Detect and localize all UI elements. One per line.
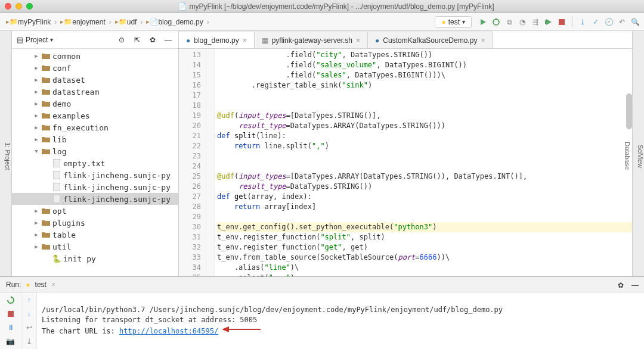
tree-row[interactable]: flink-jincheng.sunjc-py <box>12 169 178 181</box>
python-file-icon: ● <box>375 36 379 45</box>
concurrent-button[interactable]: ⇶ <box>530 17 541 27</box>
folder-icon <box>42 88 50 96</box>
close-tab-icon[interactable]: × <box>243 36 247 45</box>
tree-row[interactable]: ▶common <box>12 50 178 62</box>
search-everywhere-button[interactable]: 🔍 <box>630 17 640 27</box>
folder-icon <box>42 52 50 60</box>
rerun-button[interactable] <box>2 295 18 306</box>
editor-tab[interactable]: ▦pyflink-gateway-server.sh× <box>254 32 368 48</box>
disclosure-triangle-icon[interactable]: ▶ <box>33 232 39 238</box>
editor-tab[interactable]: ●blog_demo.py× <box>178 32 255 48</box>
project-tree[interactable]: ▶common▶conf▶dataset▶datastream▶demo▶exa… <box>12 49 178 276</box>
coverage-button[interactable]: ⧉ <box>504 17 515 27</box>
tree-row[interactable]: ▶plugins <box>12 217 178 229</box>
tree-item-label: common <box>52 52 80 61</box>
soft-wrap-button[interactable]: ↩ <box>24 322 34 334</box>
code-editor[interactable]: .field("city", DataTypes.STRING()) .fiel… <box>215 49 632 276</box>
tree-row[interactable]: flink-jincheng.sunjc-py <box>12 181 178 193</box>
hide-icon[interactable]: — <box>630 280 640 291</box>
profile-button[interactable]: ◔ <box>517 17 528 27</box>
disclosure-triangle-icon[interactable]: ▶ <box>33 208 39 214</box>
scroll-to-end-button[interactable]: ⤓ <box>24 335 34 347</box>
tree-row[interactable]: ▶fn_execution <box>12 121 178 133</box>
tree-row[interactable]: ▶datastream <box>12 86 178 98</box>
tree-item-label: util <box>52 242 71 251</box>
tree-row[interactable]: ▼log <box>12 145 178 157</box>
folder-icon <box>42 111 50 120</box>
dump-threads-button[interactable]: 📷 <box>2 335 18 347</box>
down-stack-button[interactable]: ↓ <box>24 309 34 320</box>
disclosure-triangle-icon[interactable]: ▶ <box>33 101 39 107</box>
breadcrumb-item[interactable]: ▸📁 myPyFlink <box>4 18 53 26</box>
vcs-update-button[interactable]: ⤓ <box>577 17 588 27</box>
project-tool-stripe[interactable]: 1: Project <box>0 31 12 276</box>
svg-rect-8 <box>53 159 60 167</box>
editor-tab[interactable]: ●CustomKafkaSourceDemo.py× <box>367 32 493 48</box>
vcs-rollback-button[interactable]: ↶ <box>617 17 627 27</box>
tree-row[interactable]: ▶lib <box>12 133 178 145</box>
tree-row[interactable]: ▶conf <box>12 62 178 74</box>
close-tab-icon[interactable]: × <box>356 36 360 45</box>
disclosure-triangle-icon[interactable]: ▶ <box>33 53 39 59</box>
tree-row[interactable]: ▶examples <box>12 110 178 121</box>
tree-row[interactable]: ▶table <box>12 229 178 241</box>
tree-row[interactable]: ▶util <box>12 241 178 253</box>
disclosure-triangle-icon[interactable]: ▶ <box>33 113 39 119</box>
close-window-button[interactable] <box>5 3 11 10</box>
settings-icon[interactable]: ✿ <box>615 280 626 291</box>
disclosure-triangle-icon[interactable]: ▶ <box>33 77 39 83</box>
close-tab-icon[interactable]: × <box>51 281 55 289</box>
disclosure-triangle-icon[interactable]: ▶ <box>33 136 39 142</box>
arrow-annotation-icon <box>222 325 264 334</box>
stop-button[interactable] <box>2 309 18 320</box>
chevron-down-icon: ▾ <box>462 18 465 25</box>
svg-rect-6 <box>545 20 546 24</box>
debug-button[interactable] <box>491 17 501 27</box>
minimize-window-button[interactable] <box>16 3 22 10</box>
tree-row[interactable]: ▶demo <box>12 98 178 110</box>
right-tool-stripe: SciView Database <box>632 31 644 276</box>
chevron-right-icon: › <box>206 18 210 26</box>
breadcrumb-item[interactable]: ▸📁 enjoyment <box>58 18 107 26</box>
breadcrumb-item[interactable]: ▸📁 udf <box>113 18 140 26</box>
fold-gutter <box>206 49 215 276</box>
settings-icon[interactable]: ✿ <box>147 35 158 45</box>
disclosure-triangle-icon[interactable]: ▼ <box>33 148 39 154</box>
disclosure-triangle-icon[interactable]: ▶ <box>33 220 39 226</box>
attach-button[interactable] <box>543 17 554 27</box>
scroll-from-source-icon[interactable]: ⊙ <box>116 35 127 45</box>
run-config-selector[interactable]: ● test ▾ <box>435 16 472 28</box>
disclosure-triangle-icon[interactable]: ▶ <box>33 89 39 95</box>
collapse-all-icon[interactable]: ⇱ <box>132 35 143 45</box>
zoom-window-button[interactable] <box>26 3 33 10</box>
shell-file-icon: ▦ <box>262 36 268 45</box>
scrollbar-thumb[interactable] <box>626 94 632 129</box>
tree-row[interactable]: 🐍init py <box>12 253 178 264</box>
chevron-down-icon[interactable]: ▾ <box>50 36 53 43</box>
console-output[interactable]: /usr/local/bin/python3.7 /Users/jincheng… <box>37 292 644 349</box>
project-pane: ▤ Project ▾ ⊙ ⇱ ✿ — ▶common▶conf▶dataset… <box>12 31 179 276</box>
sciview-tab[interactable]: SciView <box>637 145 644 168</box>
run-button[interactable] <box>478 17 488 27</box>
run-tool-window: Run: ● test × ✿ — ⏸ 📷 ↑ ↓ ↩ ⤓ /usr/local… <box>0 276 644 349</box>
disclosure-triangle-icon[interactable]: ▶ <box>33 244 39 250</box>
hide-icon[interactable]: — <box>163 35 174 45</box>
vcs-history-button[interactable]: 🕘 <box>603 17 614 27</box>
tab-label: CustomKafkaSourceDemo.py <box>383 36 477 45</box>
vcs-commit-button[interactable]: ✓ <box>590 17 601 27</box>
tree-row[interactable]: ▶dataset <box>12 74 178 86</box>
chart-url-link[interactable]: http://localhost:64595/ <box>119 327 218 335</box>
tree-item-label: flink-jincheng.sunjc-py <box>63 183 171 192</box>
close-tab-icon[interactable]: × <box>481 36 485 45</box>
tree-row[interactable]: flink-jincheng.sunjc-py <box>12 193 178 205</box>
disclosure-triangle-icon[interactable]: ▶ <box>33 124 39 130</box>
breadcrumb-item[interactable]: ▸📄 blog_demo.py <box>144 18 205 26</box>
tree-item-label: lib <box>52 135 66 144</box>
tree-row[interactable]: empty.txt <box>12 157 178 169</box>
pause-button[interactable]: ⏸ <box>2 322 18 334</box>
disclosure-triangle-icon[interactable]: ▶ <box>33 65 39 71</box>
up-stack-button[interactable]: ↑ <box>24 295 34 306</box>
stop-button[interactable] <box>556 17 567 27</box>
file-icon <box>52 171 61 179</box>
tree-row[interactable]: ▶opt <box>12 205 178 217</box>
